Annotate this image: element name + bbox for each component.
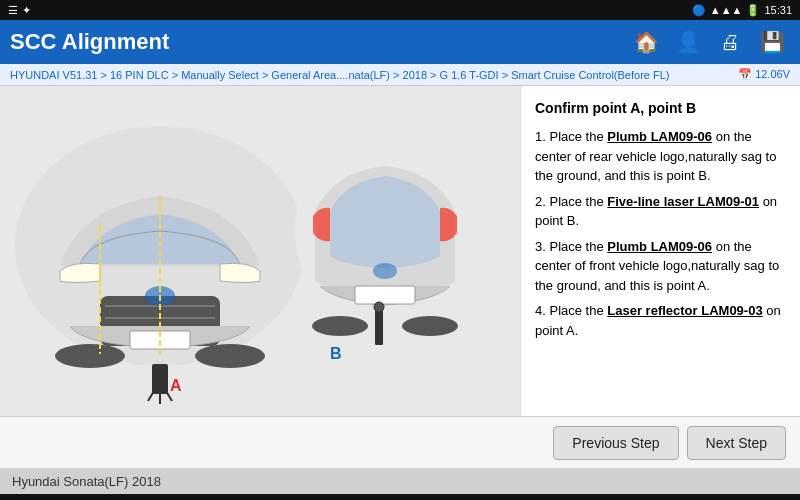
next-step-button[interactable]: Next Step (687, 426, 786, 460)
step-4-instrument: Laser reflector LAM09-03 (607, 303, 762, 318)
svg-rect-17 (355, 286, 415, 304)
bottom-bar: Previous Step Next Step (0, 416, 800, 468)
footer-text: Hyundai Sonata(LF) 2018 (12, 474, 161, 489)
svg-point-8 (195, 344, 265, 368)
status-bar: ☰ ✦ 🔵 ▲▲▲ 🔋 15:31 (0, 0, 800, 20)
breadcrumb-version: 📅 12.06V (738, 68, 790, 81)
svg-point-23 (374, 302, 384, 312)
step-2-number: 2. (535, 194, 546, 209)
header: SCC Alignment 🏠 👤 🖨 💾 (0, 20, 800, 64)
step-4-number: 4. (535, 303, 546, 318)
step-1-text-before: Place the (549, 129, 607, 144)
save-button[interactable]: 💾 (754, 24, 790, 60)
instruction-title: Confirm point A, point B (535, 98, 786, 119)
car-front-image: A (0, 86, 320, 406)
svg-point-19 (312, 316, 368, 336)
app-icon: ☰ (8, 4, 18, 17)
step-3-text-before: Place the (549, 239, 607, 254)
step-3-instrument: Plumb LAM09-06 (607, 239, 712, 254)
status-right: 🔵 ▲▲▲ 🔋 15:31 (692, 4, 792, 17)
time-display: 15:31 (764, 4, 792, 16)
wifi-icon: ✦ (22, 4, 31, 17)
svg-text:A: A (170, 377, 182, 394)
step-1-instrument: Plumb LAM09-06 (607, 129, 712, 144)
instruction-step-2: 2. Place the Five-line laser LAM09-01 on… (535, 192, 786, 231)
svg-point-7 (55, 344, 125, 368)
page-title: SCC Alignment (10, 29, 169, 55)
svg-point-20 (402, 316, 458, 336)
previous-step-button[interactable]: Previous Step (553, 426, 678, 460)
step-1-number: 1. (535, 129, 546, 144)
step-4-text-before: Place the (549, 303, 607, 318)
svg-text:B: B (330, 345, 342, 362)
nav-bar: ↩ 🖼 🖨 ⬜ ⌂ ↺ (0, 494, 800, 500)
instruction-step-4: 4. Place the Laser reflector LAM09-03 on… (535, 301, 786, 340)
car-rear-image: B (285, 106, 485, 376)
breadcrumb-text: HYUNDAI V51.31 > 16 PIN DLC > Manually S… (10, 69, 669, 81)
battery-icon: 🔋 (746, 4, 760, 17)
bluetooth-icon: 🔵 (692, 4, 706, 17)
image-area: A (0, 86, 520, 416)
main-content: A (0, 86, 800, 416)
instruction-step-3: 3. Place the Plumb LAM09-06 on the cente… (535, 237, 786, 296)
footer: Hyundai Sonata(LF) 2018 (0, 468, 800, 494)
instruction-step-1: 1. Place the Plumb LAM09-06 on the cente… (535, 127, 786, 186)
signal-icon: ▲▲▲ (710, 4, 743, 16)
status-left: ☰ ✦ (8, 4, 31, 17)
header-icons: 🏠 👤 🖨 💾 (628, 24, 790, 60)
step-3-number: 3. (535, 239, 546, 254)
step-2-text-before: Place the (549, 194, 607, 209)
print-button[interactable]: 🖨 (712, 24, 748, 60)
breadcrumb: HYUNDAI V51.31 > 16 PIN DLC > Manually S… (0, 64, 800, 86)
instruction-panel: Confirm point A, point B 1. Place the Pl… (520, 86, 800, 416)
home-button[interactable]: 🏠 (628, 24, 664, 60)
svg-point-18 (373, 263, 397, 279)
step-2-instrument: Five-line laser LAM09-01 (607, 194, 759, 209)
user-button[interactable]: 👤 (670, 24, 706, 60)
